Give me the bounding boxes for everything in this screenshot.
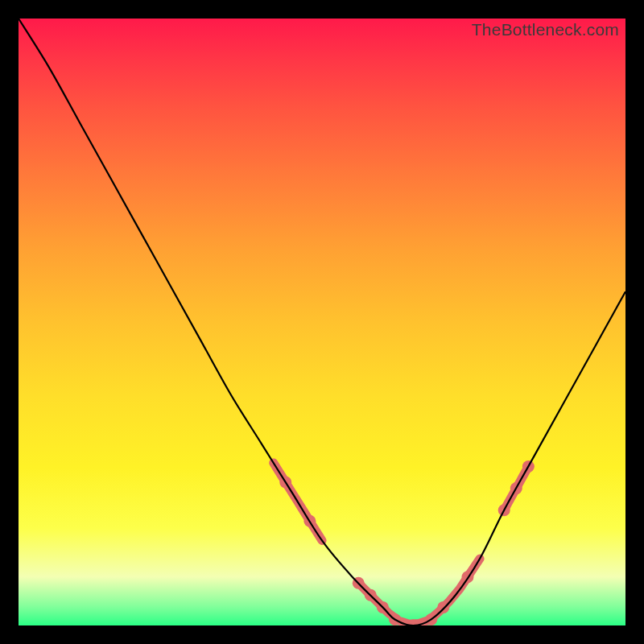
- highlight-dot: [437, 601, 449, 613]
- highlight-layer: [274, 460, 535, 625]
- plot-area: TheBottleneck.com: [19, 19, 625, 625]
- highlight-segment: [358, 559, 480, 624]
- chart-frame: TheBottleneck.com: [19, 19, 625, 625]
- chart-svg: [19, 19, 625, 625]
- watermark-text: TheBottleneck.com: [472, 20, 619, 39]
